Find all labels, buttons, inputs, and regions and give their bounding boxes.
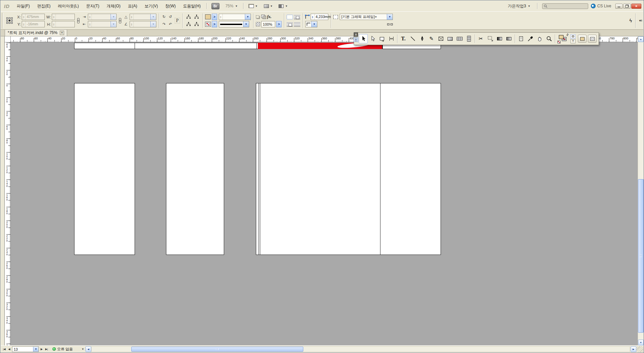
next-page-button[interactable]: ▶ <box>39 346 44 352</box>
select-content-button[interactable] <box>193 14 200 20</box>
scroll-up-icon[interactable]: ▲ <box>638 36 644 42</box>
tool-rectangle[interactable] <box>446 34 455 43</box>
menu-item-3[interactable]: 문자(T) <box>83 2 103 10</box>
restore-button[interactable] <box>623 4 631 9</box>
vertical-ruler[interactable]: 6 04 02 002 04 06 08 01 0 01 2 01 4 01 6… <box>5 42 11 345</box>
drop-shadow-icon[interactable] <box>256 15 259 18</box>
stroke-style-combo[interactable]: ▼ <box>219 21 249 27</box>
menu-item-4[interactable]: 개체(O) <box>103 2 124 10</box>
h-field[interactable]: ▲▼ <box>52 21 75 27</box>
flip-horizontal-button[interactable]: ↷ <box>161 21 167 27</box>
object-style-combo[interactable]: [기본 그래픽 프레임]+▼ <box>340 14 393 20</box>
shear-combo[interactable]: ▲▼▼ <box>130 21 156 27</box>
opacity-apply-button[interactable]: > <box>276 21 282 27</box>
menu-item-1[interactable]: 편집(E) <box>33 2 54 10</box>
tool-type[interactable]: T. <box>399 34 408 43</box>
fill-color-swatch[interactable] <box>205 14 211 19</box>
first-page-button[interactable]: |◀ <box>2 346 7 352</box>
select-next-button[interactable] <box>193 21 200 27</box>
document-page[interactable] <box>256 83 441 255</box>
menu-item-7[interactable]: 창(W) <box>162 2 179 10</box>
tool-pencil[interactable]: ✎ <box>427 34 436 43</box>
scroll-right-icon[interactable]: ▶ <box>631 346 636 352</box>
tool-note[interactable] <box>516 34 525 43</box>
tool-selection[interactable] <box>359 34 368 43</box>
tool-zoom[interactable] <box>544 34 553 43</box>
panel-menu-icon[interactable]: ▾≡ <box>639 19 642 22</box>
close-button[interactable]: × <box>631 4 641 9</box>
wrap-bounding-box-button[interactable] <box>294 15 300 19</box>
tool-vertical-grid[interactable] <box>464 34 473 43</box>
menu-item-5[interactable]: 표(A) <box>124 2 141 10</box>
document-tab[interactable]: *트릭 표지커버.indd @ 75% ✕ <box>5 29 67 36</box>
select-container-button[interactable] <box>185 14 192 20</box>
screen-mode-button[interactable]: ▼ <box>262 4 275 9</box>
wrap-none-button[interactable] <box>287 15 293 19</box>
fill-apply-button[interactable]: > <box>212 14 217 20</box>
x-field[interactable]: ▲▼475mm <box>22 14 45 20</box>
horizontal-scroll-track[interactable] <box>91 346 630 352</box>
default-fill-stroke-icon[interactable] <box>557 41 560 43</box>
tool-free-transform[interactable] <box>486 34 495 43</box>
corner-shape-combo[interactable]: ▼ <box>305 21 317 27</box>
break-link-style-icon[interactable] <box>390 23 393 25</box>
formatting-affects-text-button[interactable]: T <box>571 39 576 43</box>
page-number-combo[interactable]: 13 ▼ <box>12 346 39 352</box>
scale-y-combo[interactable]: ▲▼▼ <box>88 21 117 27</box>
stroke-weight-combo[interactable]: ▲▼▼ <box>219 14 251 20</box>
previous-page-button[interactable]: ◀ <box>7 346 12 352</box>
tool-scissors[interactable]: ✂ <box>476 34 485 43</box>
wrap-jump-button[interactable] <box>294 22 300 27</box>
vertical-scrollbar[interactable]: ▲ ▼ <box>638 36 643 345</box>
pasteboard-canvas[interactable] <box>11 42 638 345</box>
search-box[interactable] <box>542 3 588 9</box>
arrange-documents-button[interactable]: ▼ <box>277 4 289 9</box>
tool-line[interactable] <box>408 34 417 43</box>
wrap-object-shape-button[interactable] <box>287 22 293 27</box>
scale-x-combo[interactable]: ▲▼▼ <box>88 14 117 20</box>
horizontal-scroll-thumb[interactable] <box>131 347 303 352</box>
flip-vertical-button[interactable]: ↶ <box>168 21 173 27</box>
document-page[interactable] <box>74 43 257 49</box>
y-field[interactable]: ▲▼-16mm <box>22 21 45 27</box>
transparency-icon[interactable] <box>261 15 266 19</box>
panel-grip[interactable] <box>1 13 3 28</box>
apply-color-button[interactable] <box>578 35 587 43</box>
rotate-ccw-button[interactable]: ↺ <box>168 14 173 20</box>
reference-point-proxy[interactable] <box>6 17 13 24</box>
last-page-button[interactable]: ▶| <box>44 346 49 352</box>
tool-page[interactable] <box>377 34 386 43</box>
rotation-combo[interactable]: ▲▼▼ <box>130 14 156 20</box>
tools-panel-grip[interactable] <box>355 35 357 43</box>
tool-eyedropper[interactable] <box>526 34 535 43</box>
tool-gradient-feather[interactable] <box>504 34 513 43</box>
menu-item-2[interactable]: 레이아웃(L) <box>54 2 83 10</box>
scroll-down-icon[interactable]: ▼ <box>638 340 644 345</box>
opacity-combo[interactable]: 100% <box>261 21 275 27</box>
cs-live[interactable]: CS Live <box>591 4 611 8</box>
stroke-color-swatch[interactable] <box>205 22 211 27</box>
tools-panel[interactable]: ✕ ▲▼ T.✎✂ ⇄ T <box>354 32 599 45</box>
rotate-cw-button[interactable]: ↻ <box>161 14 167 20</box>
minimize-button[interactable] <box>615 4 623 9</box>
tab-close-icon[interactable]: ✕ <box>60 31 64 35</box>
tool-gap[interactable] <box>387 34 396 43</box>
bridge-button[interactable]: Br <box>211 3 219 9</box>
stroke-apply-button[interactable]: > <box>212 21 217 27</box>
constrain-proportions-icon[interactable] <box>76 18 80 23</box>
tool-horizontal-grid[interactable] <box>455 34 464 43</box>
view-options-button[interactable]: ▼ <box>247 3 260 9</box>
fill-stroke-proxy[interactable]: ⇄ <box>557 34 568 43</box>
corner-radius-field[interactable]: ▲▼4,233mm <box>311 14 328 20</box>
w-field[interactable]: ▲▼ <box>52 14 75 20</box>
apply-gradient-button[interactable] <box>588 35 597 43</box>
link-scales-icon[interactable] <box>118 18 122 23</box>
menu-item-6[interactable]: 보기(V) <box>141 2 162 10</box>
ruler-origin-corner[interactable] <box>5 36 11 42</box>
tool-pen[interactable] <box>418 34 427 43</box>
menu-item-8[interactable]: 도움말(H) <box>179 2 204 10</box>
search-input[interactable] <box>549 4 587 8</box>
workspace-switcher[interactable]: 가은작업3 ▼ <box>508 3 532 9</box>
vertical-scroll-thumb[interactable] <box>638 179 644 333</box>
tool-hand[interactable] <box>535 34 544 43</box>
